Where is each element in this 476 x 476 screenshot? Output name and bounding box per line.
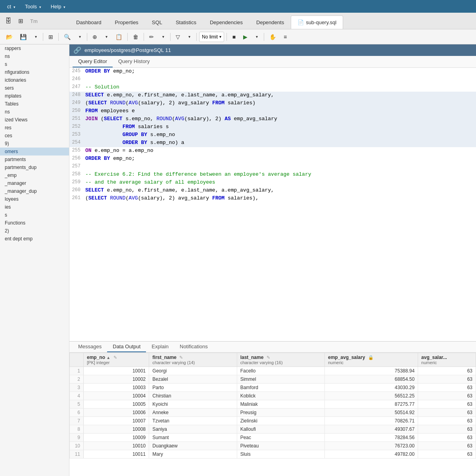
sidebar-item-customers[interactable]: omers bbox=[0, 148, 69, 155]
sidebar-item-ces[interactable]: ces bbox=[0, 132, 69, 140]
open-file-button[interactable]: 📂 bbox=[3, 32, 15, 42]
cell-avg-salary: 63 bbox=[418, 392, 476, 400]
code-line-258: 258-- Exercise 6.2: Find the difference … bbox=[69, 171, 476, 179]
sidebar-item-ies[interactable]: ies bbox=[0, 203, 69, 211]
sidebar-icon3[interactable]: Tm bbox=[27, 16, 40, 26]
th-last-name[interactable]: last_name ✎ character varying (16) bbox=[237, 353, 324, 367]
edit-col-icon-firstname[interactable]: ✎ bbox=[179, 355, 183, 360]
code-line-253: 253 GROUP BY s.emp_no bbox=[69, 131, 476, 139]
sidebar-item-departments[interactable]: partments bbox=[0, 155, 69, 163]
edit-col-icon-empno[interactable]: ✎ bbox=[113, 355, 117, 360]
copy-dropdown-button[interactable]: ▾ bbox=[102, 32, 111, 42]
sidebar-item-employees[interactable]: loyees bbox=[0, 195, 69, 203]
menu-help[interactable]: Help ▾ bbox=[47, 2, 69, 11]
run-button[interactable]: ▶ bbox=[240, 32, 250, 42]
sidebar-icon1[interactable]: 🗄 bbox=[2, 16, 14, 26]
search-dropdown-button[interactable]: ▾ bbox=[75, 32, 84, 42]
line-content-245: ORDER BY emp_no; bbox=[85, 68, 476, 75]
menu-ct[interactable]: ct ▾ bbox=[3, 2, 19, 11]
th-emp-no[interactable]: emp_no ▲ ✎ [PK] integer bbox=[84, 353, 149, 367]
tab-dependencies[interactable]: Dependencies bbox=[203, 15, 250, 29]
sidebar-item-templates[interactable]: mplates bbox=[0, 92, 69, 100]
query-editor[interactable]: 245ORDER BY emp_no;246247-- Solution248S… bbox=[69, 68, 476, 341]
tab-sql[interactable]: SQL bbox=[145, 15, 169, 29]
tab-dependents[interactable]: Dependents bbox=[250, 15, 291, 29]
sidebar-item-s[interactable]: s bbox=[0, 60, 69, 68]
sidebar-item-ns[interactable]: ns bbox=[0, 52, 69, 60]
table-row: 610006AnnekePreusig50514.9263 bbox=[70, 409, 476, 417]
sidebar-item-users[interactable]: sers bbox=[0, 84, 69, 92]
th-first-name[interactable]: first_name ✎ character varying (14) bbox=[149, 353, 237, 367]
cell-last-name: Preusig bbox=[237, 409, 324, 417]
sidebar-item-functions[interactable]: Functions bbox=[0, 219, 69, 227]
more-button[interactable]: ≡ bbox=[280, 32, 290, 42]
file-icon: 📄 bbox=[298, 19, 304, 25]
line-content-261: (SELECT ROUND(AVG(salary), 2) avg_salary… bbox=[85, 195, 476, 202]
lock-icon-empavgsalary: 🔒 bbox=[368, 355, 374, 360]
edit-dropdown-button[interactable]: ▾ bbox=[158, 32, 168, 42]
sidebar-item-2[interactable]: 2) bbox=[0, 227, 69, 235]
results-tab-messages[interactable]: Messages bbox=[73, 342, 107, 352]
delete-button[interactable]: 🗑 bbox=[130, 32, 141, 42]
hand-button[interactable]: ✋ bbox=[267, 32, 279, 42]
cell-emp-no: 10004 bbox=[84, 392, 149, 400]
sidebar-item-dictionaries[interactable]: ictionaries bbox=[0, 76, 69, 84]
cell-last-name: Simmel bbox=[237, 375, 324, 384]
sidebar-item-tables[interactable]: Tables bbox=[0, 100, 69, 108]
editor-tab-query[interactable]: Query Editor bbox=[73, 56, 113, 67]
separator7 bbox=[196, 33, 197, 41]
sidebar-item-s2[interactable]: s bbox=[0, 211, 69, 219]
sidebar-item-materialized-views[interactable]: ized Views bbox=[0, 116, 69, 124]
sidebar-item-emp[interactable]: _emp bbox=[0, 171, 69, 179]
edit-button[interactable]: ✏ bbox=[146, 32, 157, 42]
sidebar-item-res[interactable]: res bbox=[0, 124, 69, 132]
sidebar-item-manager-dup[interactable]: _manager_dup bbox=[0, 187, 69, 195]
data-table: emp_no ▲ ✎ [PK] integer first_name ✎ cha… bbox=[69, 353, 476, 459]
sidebar-item-9[interactable]: 9) bbox=[0, 140, 69, 148]
table-row: 1010010DuangkaewPiveteau76723.0063 bbox=[70, 442, 476, 450]
tab-dashboard[interactable]: Dashboard bbox=[69, 15, 108, 29]
th-avg-salary[interactable]: avg_salar... numeric bbox=[418, 353, 476, 367]
tab-properties[interactable]: Properties bbox=[108, 15, 145, 29]
filter-button[interactable]: ▽ bbox=[173, 32, 183, 42]
sidebar-item-manager[interactable]: _manager bbox=[0, 179, 69, 187]
results-tab-data-output[interactable]: Data Output bbox=[107, 342, 146, 352]
table-body: 110001GeorgiFacello75388.9463210002Bezal… bbox=[70, 367, 476, 459]
menu-tools[interactable]: Tools ▾ bbox=[21, 2, 45, 11]
sidebar: rappers ns s nfigurations ictionaries se… bbox=[0, 44, 69, 476]
results-tab-explain[interactable]: Explain bbox=[146, 342, 174, 352]
cell-first-name: Chirstian bbox=[149, 392, 237, 400]
line-content-249: (SELECT ROUND(AVG(salary), 2) avg_salary… bbox=[85, 100, 476, 106]
cell-avg-salary: 63 bbox=[418, 384, 476, 392]
save-button[interactable]: 💾 bbox=[17, 32, 29, 42]
cell-emp-avg-salary: 70826.71 bbox=[324, 417, 418, 425]
code-line-247: 247-- Solution bbox=[69, 84, 476, 92]
line-content-251: JOIN (SELECT s.emp_no, ROUND(AVG(salary)… bbox=[85, 115, 476, 122]
sidebar-item-departments-dup[interactable]: partments_dup bbox=[0, 163, 69, 171]
results-area: Messages Data Output Explain Notificatio… bbox=[69, 341, 476, 476]
table-button[interactable]: ⊞ bbox=[46, 32, 56, 42]
run-dropdown-button[interactable]: ▾ bbox=[252, 32, 261, 42]
filter-dropdown-button[interactable]: ▾ bbox=[184, 32, 194, 42]
sidebar-icon2[interactable]: ⊞ bbox=[15, 16, 26, 26]
results-tab-notifications[interactable]: Notifications bbox=[174, 342, 213, 352]
sidebar-item-ns2[interactable]: ns bbox=[0, 108, 69, 116]
sidebar-item-configurations[interactable]: nfigurations bbox=[0, 68, 69, 76]
no-limit-dropdown[interactable]: No limit ▾ bbox=[199, 32, 224, 42]
sidebar-item-dept-emp[interactable]: ent dept emp bbox=[0, 235, 69, 243]
stop-button[interactable]: ■ bbox=[229, 32, 239, 42]
sidebar-item-wrappers[interactable]: rappers bbox=[0, 44, 69, 52]
save-dropdown-button[interactable]: ▾ bbox=[31, 32, 40, 42]
paste-button[interactable]: 📋 bbox=[113, 32, 125, 42]
editor-tab-history[interactable]: Query History bbox=[113, 56, 155, 67]
cell-avg-salary: 63 bbox=[418, 425, 476, 434]
tab-statistics[interactable]: Statistics bbox=[169, 15, 203, 29]
cell-last-name: Peac bbox=[237, 434, 324, 442]
copy-button[interactable]: ⊕ bbox=[90, 32, 100, 42]
th-emp-avg-salary[interactable]: emp_avg_salary 🔒 numeric bbox=[324, 353, 418, 367]
line-number-246: 246 bbox=[69, 76, 85, 82]
edit-col-icon-lastname[interactable]: ✎ bbox=[267, 355, 270, 360]
cell-emp-avg-salary: 49307.67 bbox=[324, 425, 418, 434]
search-button[interactable]: 🔍 bbox=[61, 32, 73, 42]
tab-subquery[interactable]: 📄 sub-query.sql bbox=[291, 15, 343, 29]
